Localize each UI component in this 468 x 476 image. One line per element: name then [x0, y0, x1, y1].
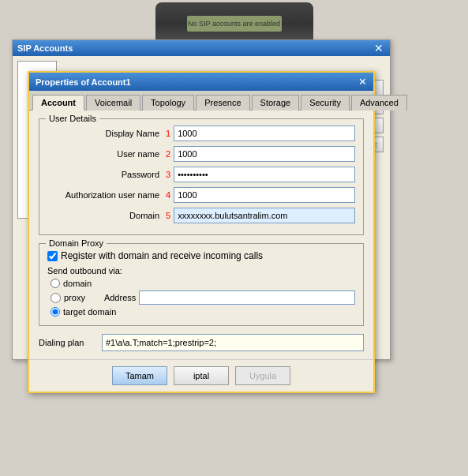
register-checkbox[interactable] [47, 251, 58, 261]
props-close-button[interactable]: ✕ [358, 76, 367, 88]
username-label: User name [47, 149, 166, 159]
radio-domain-label: domain [63, 279, 92, 288]
props-footer: Tamam iptal Uygula [29, 359, 373, 392]
password-row: Password 3 [47, 167, 355, 182]
radio-target-label: target domain [63, 307, 116, 317]
apply-button[interactable]: Uygula [235, 366, 290, 385]
address-label: Address [104, 293, 136, 302]
dialing-plan-label: Dialing plan [39, 338, 102, 347]
tab-storage[interactable]: Storage [252, 95, 300, 111]
props-titlebar: Properties of Account1 ✕ [29, 73, 373, 91]
auth-username-label: Authorization user name [47, 190, 166, 200]
domain-label: Domain [47, 211, 166, 220]
register-checkbox-row: Register with domain and receive incomin… [47, 250, 355, 261]
auth-username-number: 4 [166, 190, 170, 200]
device-screen-text: No SIP accounts are enabled [188, 20, 280, 28]
radio-proxy-label: proxy [64, 293, 85, 302]
cancel-button[interactable]: iptal [174, 366, 229, 385]
radio-target-row: target domain [47, 307, 355, 317]
domain-number: 5 [166, 211, 170, 220]
tab-voicemail[interactable]: Voicemail [86, 95, 140, 111]
tab-topology[interactable]: Topology [142, 95, 194, 111]
radio-target-domain[interactable] [51, 307, 60, 317]
password-label: Password [47, 170, 166, 179]
sip-titlebar: SIP Accounts ✕ [13, 40, 390, 56]
radio-domain[interactable] [51, 279, 60, 288]
password-input[interactable] [174, 167, 355, 182]
username-number: 2 [166, 149, 170, 159]
password-number: 3 [166, 170, 170, 179]
props-title: Properties of Account1 [36, 77, 131, 87]
props-tabs: Account Voicemail Topology Presence Stor… [29, 91, 373, 111]
radio-domain-row: domain [47, 279, 355, 288]
radio-proxy-row: proxy Address [47, 290, 355, 305]
properties-dialog: Properties of Account1 ✕ Account Voicema… [28, 71, 375, 393]
dialing-plan-input[interactable] [102, 334, 364, 351]
sip-close-button[interactable]: ✕ [373, 43, 385, 54]
display-name-row: Display Name 1 [47, 126, 355, 141]
domain-input[interactable] [174, 208, 355, 223]
domain-row: Domain 5 [47, 208, 355, 223]
tab-security[interactable]: Security [301, 95, 350, 111]
tab-advanced[interactable]: Advanced [351, 95, 407, 111]
send-outbound-label: Send outbound via: [47, 266, 355, 275]
domain-proxy-group: Domain Proxy Register with domain and re… [39, 243, 364, 326]
user-details-label: User Details [46, 114, 99, 123]
display-name-input[interactable] [174, 126, 355, 141]
radio-proxy[interactable] [51, 293, 61, 303]
auth-username-row: Authorization user name 4 [47, 187, 355, 203]
proxy-address-input[interactable] [139, 290, 355, 305]
props-body: User Details Display Name 1 User name 2 … [29, 111, 373, 359]
tab-account[interactable]: Account [32, 95, 84, 111]
user-details-group: User Details Display Name 1 User name 2 … [39, 118, 364, 235]
username-input[interactable] [174, 146, 355, 162]
display-name-label: Display Name [47, 129, 166, 138]
register-label: Register with domain and receive incomin… [61, 250, 263, 261]
tab-presence[interactable]: Presence [196, 95, 249, 111]
ok-button[interactable]: Tamam [112, 366, 167, 385]
display-name-number: 1 [166, 129, 170, 138]
username-row: User name 2 [47, 146, 355, 162]
sip-window-title: SIP Accounts [17, 43, 73, 53]
auth-username-input[interactable] [174, 187, 355, 203]
domain-proxy-label: Domain Proxy [46, 238, 107, 248]
dialing-plan-row: Dialing plan [39, 334, 364, 351]
